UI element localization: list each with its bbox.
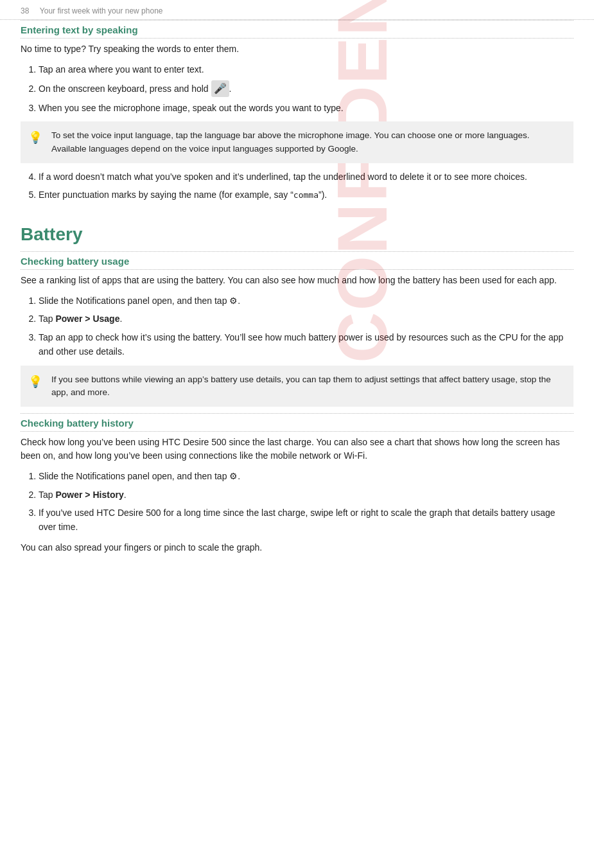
list-item: Slide the Notifications panel open, and …: [39, 294, 573, 308]
section-divider-2: [21, 38, 573, 39]
list-item: Slide the Notifications panel open, and …: [39, 469, 573, 483]
code-comma: comma: [293, 190, 319, 200]
list-item: Tap an app to check how it’s using the b…: [39, 330, 573, 359]
checking-usage-note-box: 💡 If you see buttons while viewing an ap…: [21, 366, 573, 407]
page-header: 38 Your first week with your new phone: [0, 0, 594, 19]
list-item: If you’ve used HTC Desire 500 for a long…: [39, 506, 573, 535]
checking-usage-steps: Slide the Notifications panel open, and …: [39, 294, 573, 359]
power-history-bold: Power > History: [55, 490, 123, 500]
battery-section-title: Battery: [21, 209, 573, 251]
entering-text-heading: Entering text by speaking: [21, 21, 573, 38]
checking-usage-heading: Checking battery usage: [21, 252, 573, 269]
entering-text-steps-2: If a word doesn’t match what you’ve spok…: [39, 170, 573, 202]
entering-text-steps-1: Tap an area where you want to enter text…: [39, 62, 573, 115]
entering-text-note-box: 💡 To set the voice input language, tap t…: [21, 121, 573, 163]
list-item: On the onscreen keyboard, press and hold…: [39, 80, 573, 97]
page-number: 38: [21, 6, 29, 15]
checking-history-intro: Check how long you’ve been using HTC Des…: [21, 436, 573, 463]
list-item: Enter punctuation marks by saying the na…: [39, 188, 573, 202]
checking-usage-intro: See a ranking list of apps that are usin…: [21, 274, 573, 287]
entering-text-intro: No time to type? Try speaking the words …: [21, 42, 573, 56]
list-item: Tap Power > Usage.: [39, 312, 573, 326]
main-content: Entering text by speaking No time to typ…: [0, 20, 594, 581]
lightbulb-icon-2: 💡: [28, 373, 42, 391]
lightbulb-icon: 💡: [28, 129, 42, 146]
checking-history-heading: Checking battery history: [21, 414, 573, 431]
checking-usage-note: If you see buttons while viewing an app’…: [51, 375, 551, 397]
checking-history-steps: Slide the Notifications panel open, and …: [39, 469, 573, 535]
battery-divider-2: [21, 269, 573, 270]
power-usage-bold: Power > Usage: [55, 314, 119, 324]
list-item: When you see the microphone image, speak…: [39, 101, 573, 115]
checking-history-extra: You can also spread your fingers or pinc…: [21, 541, 573, 554]
history-divider-2: [21, 431, 573, 432]
list-item: Tap Power > History.: [39, 488, 573, 502]
list-item: If a word doesn’t match what you’ve spok…: [39, 170, 573, 184]
list-item: Tap an area where you want to enter text…: [39, 62, 573, 76]
entering-text-note: To set the voice input language, tap the…: [51, 130, 530, 153]
header-title: Your first week with your new phone: [40, 6, 163, 15]
